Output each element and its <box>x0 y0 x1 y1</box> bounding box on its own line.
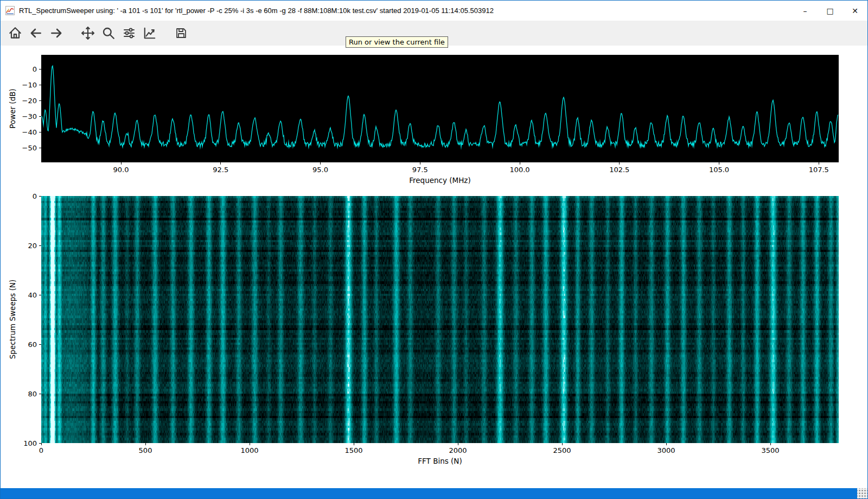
x-tick-label: 92.5 <box>213 166 228 174</box>
x-tick-mark <box>666 443 667 445</box>
y-tick-label: −50 <box>22 144 37 152</box>
y-tick-label: −40 <box>22 128 37 136</box>
tooltip: Run or view the current file <box>346 36 448 48</box>
window-controls: – □ ✕ <box>793 1 867 21</box>
spectrum-yaxis-label: Power (dB) <box>8 89 17 128</box>
y-tick-mark <box>39 196 41 197</box>
x-tick-mark <box>458 443 458 445</box>
x-tick-label: 2000 <box>449 446 467 454</box>
figure-area: Frequency (MHz) Power (dB) FFT Bins (N) … <box>1 46 867 488</box>
back-button[interactable] <box>25 23 46 43</box>
y-tick-mark <box>39 245 41 246</box>
resize-grip[interactable] <box>857 488 867 498</box>
app-window: RTL_SpectrumSweeper using: ' -a 101 -s 1… <box>0 0 868 499</box>
arrow-right-icon <box>49 26 63 40</box>
x-tick-mark <box>719 162 719 165</box>
y-tick-label: −10 <box>22 81 37 89</box>
x-tick-mark <box>770 443 771 445</box>
x-tick-label: 102.5 <box>609 166 629 174</box>
y-tick-mark <box>39 148 41 148</box>
x-tick-label: 107.5 <box>809 166 829 174</box>
save-button[interactable] <box>171 23 192 43</box>
y-tick-mark <box>39 344 41 345</box>
x-tick-label: 0 <box>39 446 43 454</box>
x-tick-mark <box>520 162 520 165</box>
configure-subplots-button[interactable] <box>119 23 139 43</box>
zoom-button[interactable] <box>98 23 119 43</box>
minimize-button[interactable]: – <box>793 1 818 21</box>
y-tick-mark <box>39 443 41 444</box>
bottom-bar <box>1 488 867 498</box>
pan-button[interactable] <box>78 23 98 43</box>
home-icon <box>8 26 22 40</box>
spectrum-plot-canvas[interactable] <box>41 55 839 162</box>
x-tick-mark <box>320 162 321 165</box>
y-tick-mark <box>39 85 41 85</box>
x-tick-label: 100.0 <box>509 166 529 174</box>
floppy-icon <box>175 27 188 40</box>
titlebar: RTL_SpectrumSweeper using: ' -a 101 -s 1… <box>1 1 867 21</box>
y-tick-label: 40 <box>28 291 37 299</box>
sliders-icon <box>123 27 136 40</box>
x-tick-label: 1500 <box>344 446 362 454</box>
arrow-left-icon <box>29 26 43 40</box>
x-tick-mark <box>121 162 122 165</box>
forward-button[interactable] <box>46 23 67 43</box>
y-tick-mark <box>39 69 41 70</box>
x-tick-mark <box>220 162 221 165</box>
move-icon <box>81 26 95 40</box>
x-tick-label: 97.5 <box>412 166 428 174</box>
x-tick-mark <box>420 162 420 165</box>
y-tick-mark <box>39 116 41 117</box>
x-tick-label: 3500 <box>761 446 779 454</box>
x-tick-label: 500 <box>139 446 152 454</box>
waterfall-xaxis-label: FFT Bins (N) <box>418 457 462 465</box>
x-tick-label: 90.0 <box>113 166 129 174</box>
y-tick-mark <box>39 100 41 101</box>
y-tick-label: 20 <box>28 242 37 250</box>
customize-plot-button[interactable] <box>139 23 160 43</box>
y-tick-label: 100 <box>23 439 37 447</box>
y-tick-label: 0 <box>33 192 37 200</box>
x-tick-label: 1000 <box>240 446 258 454</box>
waterfall-plot-canvas[interactable] <box>41 196 839 443</box>
x-tick-label: 95.0 <box>312 166 328 174</box>
window-title: RTL_SpectrumSweeper using: ' -a 101 -s 1… <box>19 7 494 15</box>
chart-icon <box>143 26 157 40</box>
x-tick-mark <box>250 443 250 445</box>
y-tick-label: 0 <box>33 65 37 73</box>
app-icon <box>5 6 15 15</box>
waterfall-yaxis-label: Spectrum Sweeps (N) <box>8 280 17 359</box>
x-tick-label: 105.0 <box>709 166 729 174</box>
y-tick-label: −30 <box>22 112 37 121</box>
x-tick-label: 3000 <box>657 446 675 454</box>
y-tick-mark <box>39 295 41 295</box>
x-tick-label: 2500 <box>553 446 571 454</box>
maximize-button[interactable]: □ <box>818 1 843 21</box>
spectrum-xaxis-label: Frequency (MHz) <box>409 176 470 185</box>
x-tick-mark <box>41 443 42 445</box>
x-tick-mark <box>145 443 146 445</box>
close-button[interactable]: ✕ <box>843 1 867 21</box>
home-button[interactable] <box>5 23 25 43</box>
y-tick-label: 60 <box>28 340 37 349</box>
y-tick-label: −20 <box>22 97 37 105</box>
magnifier-icon <box>101 26 116 40</box>
x-tick-mark <box>562 443 563 445</box>
y-tick-mark <box>39 394 41 394</box>
x-tick-mark <box>819 162 819 165</box>
y-tick-mark <box>39 132 41 132</box>
y-tick-label: 80 <box>28 390 37 398</box>
x-tick-mark <box>619 162 620 165</box>
x-tick-mark <box>354 443 354 445</box>
